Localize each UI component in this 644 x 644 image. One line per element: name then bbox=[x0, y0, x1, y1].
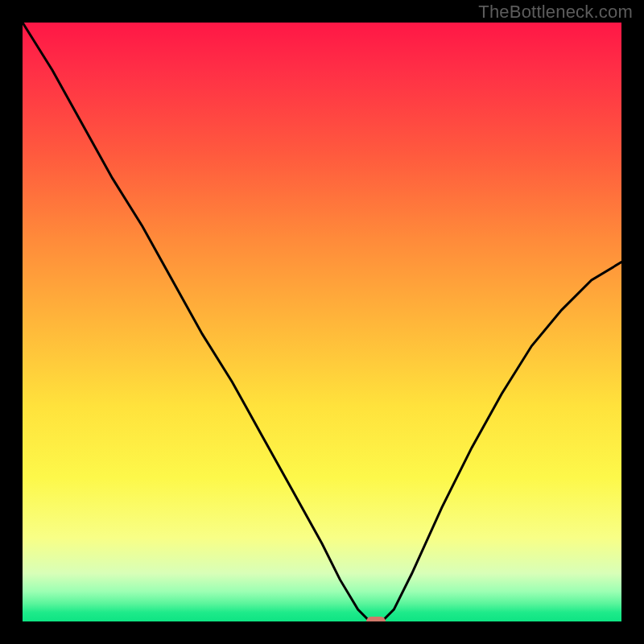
curve-path bbox=[23, 23, 621, 621]
chart-frame: TheBottleneck.com bbox=[0, 0, 644, 644]
bottleneck-curve bbox=[23, 23, 621, 621]
optimal-marker bbox=[366, 617, 386, 621]
watermark-text: TheBottleneck.com bbox=[478, 2, 633, 23]
plot-area bbox=[23, 23, 621, 621]
